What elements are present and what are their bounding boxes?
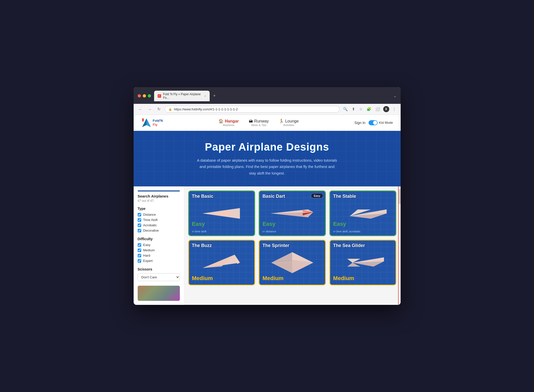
content-area: The Basic Easy — [184, 186, 401, 305]
card-image-basic-dart: Basic Dart Easy — [259, 191, 325, 235]
difficulty-filter-section: Difficulty Easy Medium Hard — [138, 237, 180, 263]
new-tab-button[interactable]: + — [212, 93, 217, 99]
airplane-card-the-stable[interactable]: The Stable Easy — [329, 190, 397, 236]
kid-mode-switch[interactable] — [369, 120, 378, 125]
card-tags-the-basic: time aloft — [192, 230, 207, 233]
card-tag-time-aloft-acrobatic: time aloft, acrobatic — [333, 230, 360, 233]
sidebar-title: Search Airplanes — [138, 194, 180, 198]
filter-time-aloft[interactable]: Time Aloft — [138, 218, 180, 222]
airplane-card-the-basic[interactable]: The Basic Easy — [188, 190, 255, 236]
browser-menu-button[interactable]: ⌄ — [393, 93, 397, 98]
kid-mode-label: Kid Mode — [379, 121, 393, 125]
main-layout: Search Airplanes 47 out of 47. Type Dist… — [134, 186, 401, 305]
scrollbar-track[interactable] — [399, 186, 401, 305]
hangar-icon: 🏠 — [219, 119, 224, 124]
scrollbar-thumb[interactable] — [399, 189, 401, 204]
logo-icon — [141, 117, 152, 128]
card-difficulty-the-sprinter: Medium — [262, 275, 283, 282]
acrobatic-label: Acrobatic — [143, 223, 157, 227]
filter-decorative[interactable]: Decorative — [138, 229, 180, 232]
nav-back-button[interactable]: ← — [137, 106, 144, 112]
card-name-the-buzz: The Buzz — [192, 243, 212, 248]
browser-menu-dots[interactable]: ⋮ — [391, 106, 397, 112]
filter-easy[interactable]: Easy — [138, 243, 180, 247]
acrobatic-checkbox[interactable] — [138, 224, 141, 227]
maximize-window-button[interactable] — [148, 94, 151, 97]
hard-checkbox[interactable] — [138, 254, 141, 257]
extensions-icon[interactable]: 🧩 — [366, 106, 372, 112]
kid-mode-toggle[interactable]: Kid Mode — [369, 120, 393, 125]
nav-forward-button[interactable]: → — [147, 106, 153, 112]
card-name-basic-dart: Basic Dart — [262, 194, 285, 199]
extension-badge[interactable]: X — [383, 106, 389, 112]
type-filter-label: Type — [138, 207, 180, 211]
airplane-card-the-buzz[interactable]: The Buzz Medium — [188, 240, 255, 285]
airplane-card-basic-dart[interactable]: Basic Dart Easy — [259, 190, 326, 236]
url-text: https://www.foldnfly.com/#/1-1-1-1-1-1-1… — [174, 107, 238, 111]
time-aloft-label: Time Aloft — [143, 218, 158, 222]
expert-label: Expert — [143, 259, 153, 263]
card-badge-easy: Easy — [311, 193, 323, 198]
filter-medium[interactable]: Medium — [138, 248, 180, 252]
distance-checkbox[interactable] — [138, 213, 141, 216]
share-icon[interactable]: ⬆ — [351, 106, 356, 112]
bookmark-icon[interactable]: ☆ — [358, 106, 363, 112]
scissors-filter-label: Scissors — [138, 267, 180, 271]
distance-label: Distance — [143, 213, 156, 216]
site-content: Fold'N Fly 🏠 Hangar Airplanes 🏔 Runway — [134, 115, 401, 305]
decorative-checkbox[interactable] — [138, 229, 141, 232]
scroll-indicator-line — [398, 186, 399, 305]
nav-reload-button[interactable]: ↻ — [156, 106, 162, 112]
address-bar[interactable]: 🔒 https://www.foldnfly.com/#/1-1-1-1-1-1… — [165, 106, 339, 113]
cast-icon[interactable]: ⬜ — [374, 106, 381, 112]
lounge-icon: 🏃 — [279, 119, 284, 124]
nav-right: Sign In Kid Mode — [354, 120, 393, 125]
expert-checkbox[interactable] — [138, 259, 141, 263]
card-image-the-stable: The Stable Easy — [330, 191, 396, 235]
filter-acrobatic[interactable]: Acrobatic — [138, 223, 180, 227]
airplane-card-the-sea-glider[interactable]: The Sea Glider Mediu — [329, 240, 397, 285]
browser-toolbar: ← → ↻ 🔒 https://www.foldnfly.com/#/1-1-1… — [134, 104, 401, 115]
logo-text: Fold'N Fly — [153, 119, 163, 127]
card-difficulty-the-sea-glider: Medium — [333, 275, 354, 282]
active-tab[interactable]: F Fold 'N Fly » Paper Airplane Fo... × — [154, 91, 210, 101]
ssl-lock-icon: 🔒 — [168, 108, 172, 111]
card-difficulty-the-basic: Easy — [192, 221, 205, 227]
nav-lounge[interactable]: 🏃 Lounge Activities — [279, 119, 299, 127]
hero-title: Paper Airplane Designs — [139, 141, 396, 153]
filter-hard[interactable]: Hard — [138, 254, 180, 257]
card-name-the-sprinter: The Sprinter — [262, 243, 289, 248]
browser-titlebar: F Fold 'N Fly » Paper Airplane Fo... × +… — [134, 87, 401, 104]
hero-subtitle: A database of paper airplanes with easy … — [196, 157, 338, 177]
card-difficulty-the-buzz: Medium — [192, 275, 213, 282]
tab-title: Fold 'N Fly » Paper Airplane Fo... — [163, 92, 202, 100]
search-toolbar-icon[interactable]: 🔍 — [342, 106, 349, 112]
airplane-card-the-sprinter[interactable]: The Sprinter Medium — [259, 240, 326, 285]
site-logo[interactable]: Fold'N Fly — [141, 117, 163, 128]
nav-runway-sub: Ideas & Tips — [251, 124, 266, 127]
hard-label: Hard — [143, 254, 150, 257]
browser-window: F Fold 'N Fly » Paper Airplane Fo... × +… — [134, 87, 401, 305]
easy-label: Easy — [143, 243, 151, 247]
card-difficulty-the-stable: Easy — [333, 221, 346, 227]
minimize-window-button[interactable] — [143, 94, 146, 97]
card-tag-time-aloft: time aloft — [192, 230, 207, 233]
medium-checkbox[interactable] — [138, 249, 141, 252]
scissors-select[interactable]: Don't Care No Scissors Scissors — [138, 273, 180, 281]
nav-hangar[interactable]: 🏠 Hangar Airplanes — [219, 119, 239, 127]
nav-runway[interactable]: 🏔 Runway Ideas & Tips — [249, 119, 269, 127]
tab-close-button[interactable]: × — [204, 94, 206, 97]
filter-distance[interactable]: Distance — [138, 213, 180, 216]
site-nav: Fold'N Fly 🏠 Hangar Airplanes 🏔 Runway — [134, 115, 401, 131]
filter-expert[interactable]: Expert — [138, 259, 180, 263]
time-aloft-checkbox[interactable] — [138, 218, 141, 222]
easy-checkbox[interactable] — [138, 243, 141, 247]
bottom-thumbnail — [138, 286, 180, 301]
site-nav-links: 🏠 Hangar Airplanes 🏔 Runway Ideas & Tips… — [219, 119, 299, 127]
close-window-button[interactable] — [138, 94, 141, 97]
card-image-the-basic: The Basic Easy — [189, 191, 255, 235]
sign-in-button[interactable]: Sign In — [354, 121, 366, 125]
nav-runway-title: 🏔 Runway — [249, 119, 269, 124]
card-tags-basic-dart: distance — [262, 230, 276, 233]
card-image-the-sprinter: The Sprinter Medium — [259, 240, 325, 285]
